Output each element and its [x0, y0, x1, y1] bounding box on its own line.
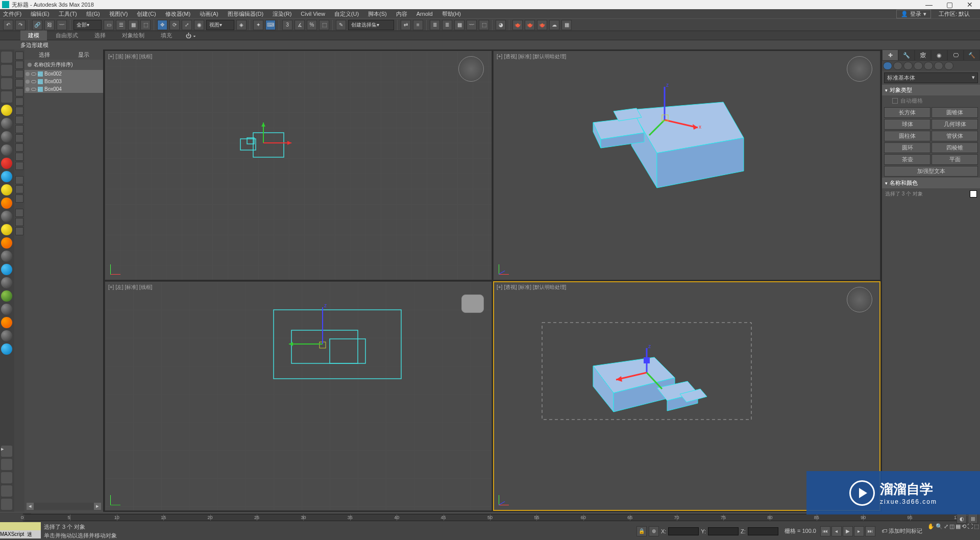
add-timetag[interactable]: 🏷 添加时间标记 [881, 527, 922, 535]
ribbon-switch-icon[interactable]: ⏻ ▾ [186, 33, 196, 39]
menu-create[interactable]: 创建(C) [137, 10, 156, 18]
placement-button[interactable]: ◉ [194, 20, 204, 30]
sc-tb-12[interactable] [15, 153, 23, 161]
play-icon[interactable]: ▸ [1, 446, 12, 457]
btn-pyramid[interactable]: 四棱锥 [932, 142, 978, 153]
menu-view[interactable]: 视图(V) [109, 10, 128, 18]
selection-filter[interactable]: 全部 ▾ [74, 20, 102, 30]
tool-a[interactable] [1, 65, 12, 76]
create-camera[interactable] [914, 62, 923, 70]
viewport-left[interactable]: [+] [左] [标准] [线框] z [105, 281, 492, 511]
rollout-object-type[interactable]: 对象类型 [882, 85, 980, 95]
layer-mgr2-icon[interactable] [1, 472, 12, 483]
water-icon[interactable] [1, 343, 12, 355]
helper-icon[interactable] [1, 144, 12, 156]
scene-item-box003[interactable]: ▫Box003 [24, 78, 103, 85]
sc-tb-16[interactable] [15, 194, 23, 203]
sc-tb-15[interactable] [15, 185, 23, 193]
render-gallery[interactable]: ▦ [561, 20, 572, 30]
btn-plane[interactable]: 平面 [932, 154, 978, 165]
maxscript-mini[interactable] [0, 530, 41, 538]
viewport-persp2-label[interactable]: [+] [透视] [标准] [默认明暗处理] [497, 284, 566, 291]
prev-frame-button[interactable]: ◂ [831, 526, 842, 536]
grass-icon[interactable] [1, 290, 12, 302]
workspace-label[interactable]: 工作区: 默认 [939, 10, 970, 18]
z-field[interactable] [748, 527, 778, 535]
tool-b[interactable] [1, 78, 12, 89]
text-icon[interactable] [1, 304, 12, 315]
sphere-icon[interactable] [1, 198, 12, 209]
scene-display-tab[interactable]: 显示 [64, 50, 103, 60]
render-frame[interactable]: 🫖 [525, 20, 535, 30]
sc-tb-14[interactable] [15, 176, 23, 184]
btn-geosphere[interactable]: 几何球体 [932, 119, 978, 130]
sc-tb-5[interactable] [15, 88, 23, 96]
select-button[interactable]: ▭ [104, 20, 114, 30]
tab-objectpaint[interactable]: 对象绘制 [114, 31, 152, 40]
btn-cylinder[interactable]: 圆柱体 [884, 131, 930, 141]
undo-button[interactable]: ↶ [3, 20, 13, 30]
ribbon-toggle[interactable]: ▦ [454, 20, 464, 30]
redo-button[interactable]: ↷ [15, 20, 26, 30]
window-crossing-button[interactable]: ⬚ [140, 20, 151, 30]
menu-group[interactable]: 组(G) [86, 10, 100, 18]
sc-tb-3[interactable] [15, 70, 23, 78]
abs-rel-icon[interactable]: ⊕ [649, 526, 659, 536]
menu-animation[interactable]: 动画(A) [200, 10, 218, 18]
menu-script[interactable]: 脚本(S) [368, 10, 387, 18]
rock-icon[interactable] [1, 277, 12, 288]
menu-modifier[interactable]: 修改器(M) [165, 10, 191, 18]
create-geometry[interactable] [883, 62, 892, 70]
pivot-button[interactable]: ◈ [236, 20, 247, 30]
timeline-tool1[interactable]: ◐ [957, 513, 967, 524]
layer-button[interactable]: ≣ [430, 20, 440, 30]
menu-file[interactable]: 文件(F) [3, 10, 21, 18]
viewport-perspective-1[interactable]: [+] [透视] [标准] [默认明暗处理] z x [493, 51, 880, 280]
drop-icon[interactable] [1, 264, 12, 275]
viewcube-persp1[interactable] [847, 56, 872, 82]
btn-teapot[interactable]: 茶壶 [884, 154, 930, 165]
material-editor[interactable]: ◕ [496, 20, 506, 30]
create-helper[interactable] [924, 62, 933, 70]
nav-fov[interactable]: ◫ [949, 523, 954, 539]
select-name-button[interactable]: ☰ [116, 20, 126, 30]
mirror-button[interactable]: ⇄ [401, 20, 411, 30]
omni-icon[interactable] [1, 237, 12, 249]
sc-tb-10[interactable] [15, 134, 23, 142]
sc-tb-6[interactable] [15, 97, 23, 106]
menu-content[interactable]: 内容 [396, 10, 407, 18]
spinner-snap[interactable]: ⬚ [319, 20, 329, 30]
viewport-top-label[interactable]: [+] [顶] [标准] [线框] [108, 53, 152, 60]
viewport-persp1-label[interactable]: [+] [透视] [标准] [默认明暗处理] [497, 53, 566, 60]
move-button[interactable]: ✥ [157, 20, 167, 30]
btn-cone[interactable]: 圆锥体 [932, 107, 978, 118]
cone-icon[interactable] [1, 211, 12, 222]
nav-pan[interactable]: ✋ [927, 523, 935, 539]
time-slider-track[interactable]: 0510152025303540455055606570758085909510… [23, 514, 957, 521]
color-swatch[interactable] [970, 190, 977, 198]
keyboard-shortcut-button[interactable]: ⌨ [265, 20, 276, 30]
select-region-button[interactable]: ▦ [128, 20, 138, 30]
maxscript-listener[interactable] [0, 522, 41, 530]
viewcube-top[interactable] [458, 56, 484, 82]
tab-selection[interactable]: 选择 [87, 31, 113, 40]
cmdtab-modify[interactable]: 🔧 [898, 50, 915, 61]
scene-scrollbar[interactable]: ◂▸ [27, 503, 101, 510]
sc-tb-9[interactable] [15, 125, 23, 133]
sc-tb-7[interactable] [15, 107, 23, 115]
btn-torus[interactable]: 圆环 [884, 142, 930, 153]
btn-tube[interactable]: 管状体 [932, 131, 978, 141]
btn-textplus[interactable]: 加强型文本 [884, 166, 978, 177]
camera-icon[interactable] [1, 118, 12, 129]
menu-render[interactable]: 渲染(R) [273, 10, 291, 18]
btn-box[interactable]: 长方体 [884, 107, 930, 118]
selection-set-button[interactable]: ✎ [336, 20, 346, 30]
sc-tb-1[interactable] [15, 52, 23, 60]
unlink-button[interactable]: ⛓ [44, 20, 55, 30]
noise-icon[interactable] [1, 330, 12, 341]
link-button[interactable]: 🔗 [32, 20, 42, 30]
tab-modeling[interactable]: 建模 [20, 31, 47, 40]
settings-icon[interactable] [1, 499, 12, 510]
goto-start-button[interactable]: ⏮ [820, 526, 830, 536]
nav-zoomall[interactable]: ▦ [955, 523, 961, 539]
